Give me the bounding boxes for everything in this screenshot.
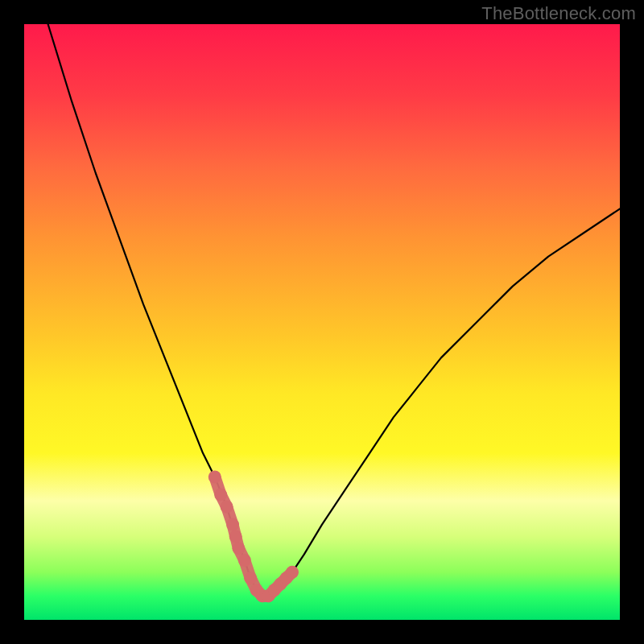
watermark-text: TheBottleneck.com <box>481 3 636 24</box>
highlight-dot <box>238 554 251 567</box>
highlight-dot <box>221 500 233 513</box>
highlight-dot <box>244 572 257 584</box>
highlight-dot <box>226 518 239 531</box>
chart-svg <box>24 24 620 620</box>
highlight-dot <box>232 542 245 555</box>
chart-plot-area <box>24 24 620 620</box>
page-frame: TheBottleneck.com <box>0 0 644 644</box>
bottleneck-curve <box>48 24 620 596</box>
highlight-dot <box>208 470 221 483</box>
highlight-dot <box>229 530 242 543</box>
highlight-dot <box>214 489 227 502</box>
highlight-segment <box>208 470 299 602</box>
highlight-dot <box>286 566 299 579</box>
